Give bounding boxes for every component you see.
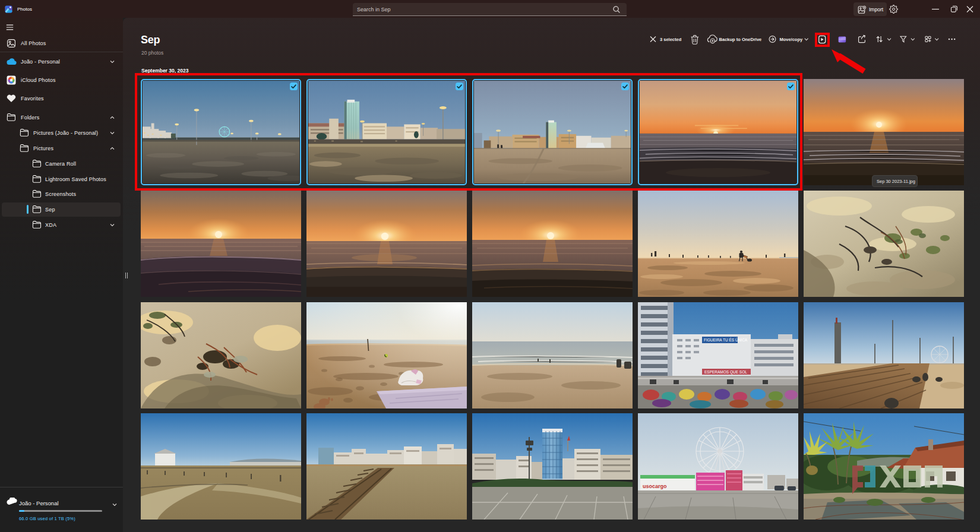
svg-text:Backup to OneDrive: Backup to OneDrive <box>719 37 762 42</box>
svg-text:Move/copy: Move/copy <box>779 37 803 42</box>
svg-text:ESPERAMOS QUE SOL: ESPERAMOS QUE SOL <box>704 370 747 375</box>
svg-text:FIGUEIRA TU ÉS ÚNICA: FIGUEIRA TU ÉS ÚNICA <box>704 337 748 342</box>
svg-text:usocargo: usocargo <box>643 483 667 489</box>
svg-text:3 selected: 3 selected <box>660 37 682 42</box>
